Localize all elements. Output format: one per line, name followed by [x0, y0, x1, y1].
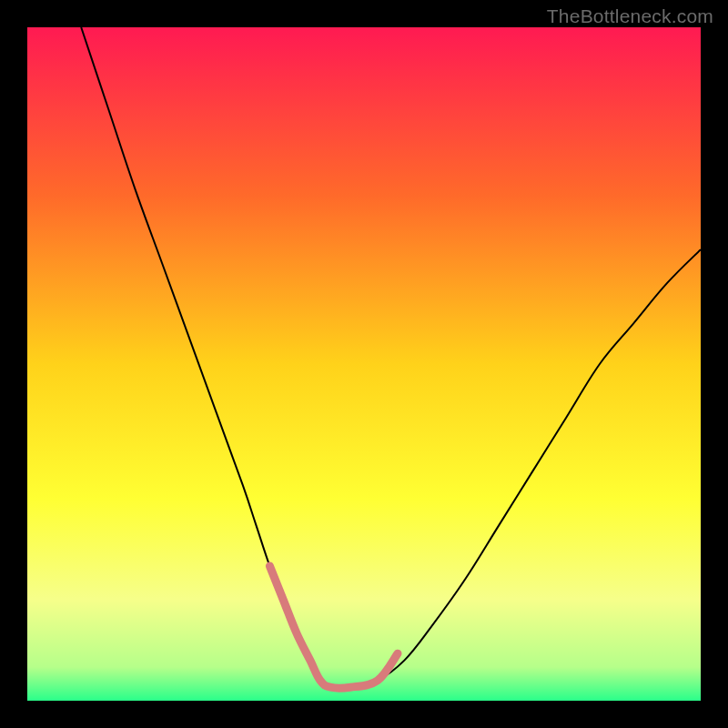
chart-svg	[27, 27, 701, 701]
chart-plot-area	[27, 27, 701, 701]
watermark-text: TheBottleneck.com	[547, 5, 713, 27]
